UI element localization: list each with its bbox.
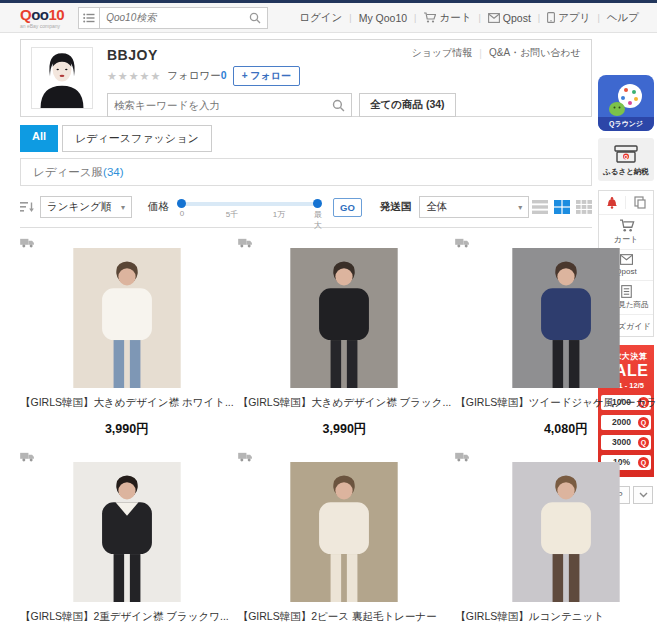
slider-track[interactable] bbox=[181, 202, 321, 206]
product-image[interactable] bbox=[71, 248, 183, 388]
product-price: 3,990円 bbox=[238, 421, 452, 438]
ship-from-dropdown[interactable]: 全体 ▾ bbox=[419, 196, 529, 218]
logo-10: 10 bbox=[49, 6, 65, 23]
tab-all[interactable]: All bbox=[20, 125, 58, 152]
product-image[interactable] bbox=[288, 462, 400, 602]
shop-search-input[interactable] bbox=[114, 99, 332, 111]
category-label: レディース服 bbox=[33, 165, 103, 180]
tab-ladies-fashion[interactable]: レディースファッション bbox=[62, 125, 212, 152]
price-label: 価格 bbox=[148, 200, 169, 214]
product-card[interactable]: 【GIRLS韓国】ツイードジャケ風ノーカラー... 4,080円 bbox=[455, 234, 657, 438]
product-card[interactable]: 【GIRLS韓国】2ピース 裏起毛トレーナー 5,160円 bbox=[238, 448, 452, 631]
clipboard-button[interactable] bbox=[626, 196, 653, 209]
product-title[interactable]: 【GIRLS韓国】大きめデザイン襟 ブラック... bbox=[238, 396, 452, 410]
shop-info-link[interactable]: ショップ情報 bbox=[411, 46, 472, 60]
link-divider: | bbox=[414, 13, 416, 23]
furusato-box-icon: Q bbox=[613, 143, 639, 165]
login-link[interactable]: ログイン bbox=[299, 11, 342, 25]
ship-from-label: 発送国 bbox=[380, 200, 412, 214]
link-divider: | bbox=[349, 13, 351, 23]
shipping-truck-icon bbox=[455, 448, 657, 460]
product-price: 4,080円 bbox=[455, 421, 657, 438]
search-icon[interactable] bbox=[249, 12, 261, 24]
logo-subtitle: an eBay company bbox=[20, 24, 64, 29]
cart-label: カート bbox=[439, 11, 471, 25]
quick-tools-top-row bbox=[599, 191, 653, 215]
slider-tick: 5千 bbox=[226, 209, 238, 220]
product-card[interactable]: 【GIRLS韓国】ルコンテニット 5,210円 bbox=[455, 448, 657, 631]
product-image[interactable] bbox=[510, 248, 622, 388]
notification-bell-button[interactable] bbox=[599, 196, 626, 209]
category-count: (34) bbox=[103, 166, 123, 178]
product-card[interactable]: 【GIRLS韓国】大きめデザイン襟 ホワイト... 3,990円 bbox=[20, 234, 234, 438]
follower-count: フォロワー0 bbox=[167, 69, 226, 83]
follower-label: フォロワー bbox=[167, 69, 220, 81]
shipping-truck-icon bbox=[238, 234, 452, 246]
product-price: 3,990円 bbox=[20, 421, 234, 438]
slider-handle-max[interactable] bbox=[313, 199, 322, 208]
cart-link[interactable]: カート bbox=[423, 11, 471, 25]
qoo10-logo[interactable]: Qoo10 an eBay company bbox=[20, 7, 64, 29]
shop-search-box bbox=[107, 93, 352, 117]
big-grid-view-icon[interactable] bbox=[554, 200, 570, 214]
price-range-slider: 0 5千 1万 最大 bbox=[177, 196, 325, 218]
chevron-down-icon: ▾ bbox=[121, 203, 125, 212]
myqoo10-link[interactable]: My Qoo10 bbox=[359, 12, 407, 24]
category-row[interactable]: レディース服(34) bbox=[20, 158, 592, 186]
slider-tick: 1万 bbox=[273, 209, 285, 220]
qlounge-icon bbox=[606, 81, 646, 117]
search-icon[interactable] bbox=[332, 99, 345, 112]
qlounge-banner[interactable]: Qラウンジ bbox=[598, 75, 654, 131]
link-divider: | bbox=[597, 13, 599, 23]
help-label: ヘルプ bbox=[607, 11, 639, 25]
shipping-truck-icon bbox=[238, 448, 452, 460]
product-title[interactable]: 【GIRLS韓国】大きめデザイン襟 ホワイト... bbox=[20, 396, 234, 410]
cart-icon bbox=[423, 12, 436, 23]
list-view-icon[interactable] bbox=[532, 200, 548, 214]
qpost-link[interactable]: Qpost bbox=[488, 12, 531, 24]
product-image[interactable] bbox=[71, 462, 183, 602]
slider-tick: 0 bbox=[180, 209, 184, 218]
category-menu-button[interactable] bbox=[78, 7, 100, 29]
sort-value: ランキング順 bbox=[47, 200, 111, 214]
listing-toolbar: ランキング順 ▾ 価格 0 5千 1万 最大 GO 発送国 全体 ▾ bbox=[20, 196, 592, 228]
follow-button[interactable]: + フォロー bbox=[233, 66, 300, 86]
global-search-input[interactable] bbox=[106, 12, 249, 23]
sort-dropdown[interactable]: ランキング順 ▾ bbox=[40, 196, 132, 218]
shop-avatar[interactable] bbox=[31, 47, 93, 109]
shipping-truck-icon bbox=[20, 234, 234, 246]
product-title[interactable]: 【GIRLS韓国】2重デザイン襟 ブラックワ... bbox=[20, 610, 234, 624]
product-card[interactable]: 【GIRLS韓国】大きめデザイン襟 ブラック... 3,990円 bbox=[238, 234, 452, 438]
view-switcher bbox=[532, 200, 592, 214]
furusato-banner[interactable]: Q ふるさと納税 bbox=[598, 138, 654, 181]
shop-qna-link[interactable]: Q&A・お問い合わせ bbox=[489, 46, 581, 60]
shop-page-main: BBJOY ★★★★★ フォロワー0 + フォロー 全ての商品 (34) ショッ… bbox=[20, 33, 592, 631]
product-title[interactable]: 【GIRLS韓国】ルコンテニット bbox=[455, 610, 657, 624]
product-title[interactable]: 【GIRLS韓国】2ピース 裏起毛トレーナー bbox=[238, 610, 452, 624]
rating-stars: ★★★★★ bbox=[107, 70, 161, 83]
sort-icon bbox=[20, 201, 35, 214]
shipping-truck-icon bbox=[20, 448, 234, 460]
logo-oo: oo bbox=[31, 6, 48, 23]
shop-header-card: BBJOY ★★★★★ フォロワー0 + フォロー 全ての商品 (34) ショッ… bbox=[20, 39, 592, 117]
logo-q: Q bbox=[20, 6, 31, 23]
menu-icon bbox=[83, 13, 95, 23]
myqoo10-label: My Qoo10 bbox=[359, 12, 407, 24]
price-go-button[interactable]: GO bbox=[333, 198, 362, 217]
ship-from-value: 全体 bbox=[426, 200, 447, 214]
q-badge-icon: Q bbox=[638, 437, 649, 448]
product-image[interactable] bbox=[510, 462, 622, 602]
product-image[interactable] bbox=[288, 248, 400, 388]
app-link[interactable]: アプリ bbox=[547, 11, 590, 25]
small-grid-view-icon[interactable] bbox=[576, 200, 592, 214]
help-link[interactable]: ヘルプ bbox=[607, 11, 639, 25]
product-title[interactable]: 【GIRLS韓国】ツイードジャケ風ノーカラー... bbox=[455, 396, 657, 410]
follower-number: 0 bbox=[221, 69, 227, 81]
all-items-button[interactable]: 全ての商品 (34) bbox=[359, 93, 456, 117]
svg-text:Q: Q bbox=[624, 154, 628, 160]
slider-handle-min[interactable] bbox=[177, 199, 186, 208]
mobile-phone-icon bbox=[547, 12, 555, 23]
furusato-label: ふるさと納税 bbox=[603, 167, 649, 177]
product-card[interactable]: 【GIRLS韓国】2重デザイン襟 ブラックワ... 4,970円 bbox=[20, 448, 234, 631]
product-grid: 【GIRLS韓国】大きめデザイン襟 ホワイト... 3,990円 【GIRLS韓… bbox=[20, 234, 592, 631]
